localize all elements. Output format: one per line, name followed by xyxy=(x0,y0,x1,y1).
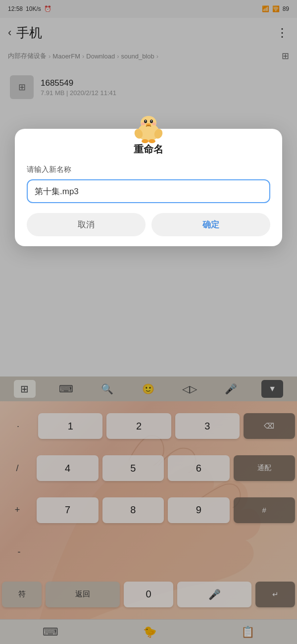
dialog-title: 重命名 xyxy=(27,143,270,156)
svg-point-12 xyxy=(148,139,155,143)
dialog-label: 请输入新名称 xyxy=(27,165,270,174)
cancel-button[interactable]: 取消 xyxy=(27,213,146,236)
mascot xyxy=(131,110,166,145)
svg-point-5 xyxy=(151,120,152,121)
dialog-input-wrap[interactable] xyxy=(27,179,270,203)
svg-point-3 xyxy=(145,120,146,121)
dialog-overlay xyxy=(0,0,297,644)
confirm-button[interactable]: 确定 xyxy=(151,213,270,236)
svg-point-7 xyxy=(141,122,145,125)
dialog-actions: 取消 确定 xyxy=(27,213,270,236)
svg-point-11 xyxy=(142,139,148,143)
rename-input[interactable] xyxy=(35,186,262,196)
svg-point-8 xyxy=(152,122,156,125)
rename-dialog: 重命名 请输入新名称 取消 确定 xyxy=(15,129,282,246)
